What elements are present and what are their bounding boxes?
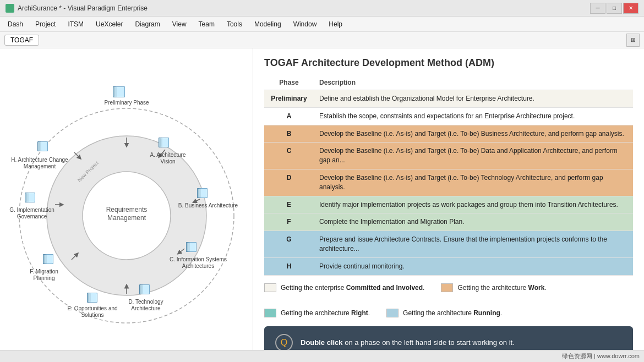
menu-project[interactable]: Project bbox=[30, 19, 61, 30]
legend-label-preliminary: Getting the enterprise Committed and Inv… bbox=[281, 284, 424, 292]
toolbar: TOGAF ⊞ bbox=[0, 32, 644, 48]
minimize-button[interactable]: ─ bbox=[590, 3, 605, 14]
description-cell: Develop the Baseline (i.e. As-is) and Ta… bbox=[314, 169, 633, 196]
diagram-panel: Requirements Management bbox=[0, 48, 253, 350]
phase-cell: E bbox=[264, 196, 314, 213]
legend-item-work: Getting the architecture Work. bbox=[441, 283, 546, 292]
legend: Getting the enterprise Committed and Inv… bbox=[264, 283, 633, 317]
hint-text: Double click on a phase on the left hand… bbox=[301, 338, 515, 347]
col-header-phase: Phase bbox=[264, 75, 314, 90]
menu-modeling[interactable]: Modeling bbox=[249, 19, 287, 30]
svg-text:B. Business Architecture: B. Business Architecture bbox=[178, 202, 238, 209]
menu-window[interactable]: Window bbox=[288, 19, 323, 30]
legend-box-preliminary bbox=[264, 283, 276, 292]
description-cell: Establish the scope, constraints and exp… bbox=[314, 107, 633, 125]
maximize-button[interactable]: □ bbox=[607, 3, 622, 14]
svg-text:Solutions: Solutions bbox=[81, 312, 103, 318]
svg-text:A. Architecture: A. Architecture bbox=[150, 152, 185, 158]
phase-cell: C bbox=[264, 142, 314, 169]
table-row[interactable]: G Prepare and issue Architecture Contrac… bbox=[264, 231, 633, 258]
legend-item-running: Getting the architecture Running. bbox=[386, 309, 502, 317]
menu-tools[interactable]: Tools bbox=[221, 19, 248, 30]
menu-diagram[interactable]: Diagram bbox=[129, 19, 165, 30]
svg-rect-18 bbox=[162, 138, 168, 147]
legend-item-right: Getting the architecture Right. bbox=[264, 309, 370, 317]
table-row[interactable]: H Provide continual monitoring. bbox=[264, 257, 633, 275]
description-cell: Develop the Baseline (i.e. As-is) and Ta… bbox=[314, 142, 633, 169]
menu-bar: Dash Project ITSM UeXceler Diagram View … bbox=[0, 17, 644, 32]
main-content: Requirements Management bbox=[0, 48, 644, 350]
menu-team[interactable]: Team bbox=[193, 19, 220, 30]
svg-rect-11 bbox=[117, 87, 124, 97]
legend-label-right: Getting the architecture Right. bbox=[281, 309, 370, 317]
phase-cell: H bbox=[264, 257, 314, 275]
table-row[interactable]: Preliminary Define and establish the Org… bbox=[264, 90, 633, 108]
menu-dash[interactable]: Dash bbox=[2, 19, 29, 30]
svg-text:C. Information Systems: C. Information Systems bbox=[170, 256, 227, 262]
legend-box-teal bbox=[264, 309, 276, 317]
svg-rect-49 bbox=[91, 293, 97, 302]
svg-text:D. Technology: D. Technology bbox=[128, 299, 163, 305]
hint-icon: Q bbox=[275, 334, 293, 350]
table-row[interactable]: F Complete the Implementation and Migrat… bbox=[264, 213, 633, 231]
phase-cell: B bbox=[264, 125, 314, 142]
togaf-button[interactable]: TOGAF bbox=[4, 35, 39, 46]
svg-rect-26 bbox=[201, 189, 207, 198]
panel-title: TOGAF Architecture Development Method (A… bbox=[264, 57, 633, 69]
svg-text:Architecture: Architecture bbox=[131, 305, 161, 311]
phase-cell: F bbox=[264, 213, 314, 231]
title-bar: ArchiSurance * - Visual Paradigm Enterpr… bbox=[0, 0, 644, 17]
svg-rect-33 bbox=[190, 243, 196, 251]
app-icon bbox=[6, 4, 14, 13]
col-header-description: Description bbox=[314, 75, 633, 90]
svg-text:G. Implementation: G. Implementation bbox=[9, 207, 54, 213]
svg-rect-65 bbox=[29, 193, 35, 202]
description-cell: Prepare and issue Architecture Contracts… bbox=[314, 231, 633, 258]
legend-label-work: Getting the architecture Work. bbox=[457, 284, 546, 292]
description-cell: Define and establish the Organizational … bbox=[314, 90, 633, 108]
table-row[interactable]: D Develop the Baseline (i.e. As-is) and … bbox=[264, 169, 633, 196]
svg-text:Management: Management bbox=[107, 214, 146, 222]
svg-rect-41 bbox=[143, 285, 149, 294]
svg-text:Planning: Planning bbox=[34, 275, 55, 281]
legend-label-running: Getting the architecture Running. bbox=[403, 309, 502, 317]
status-bar: 绿色资源网 | www.dowrr.com bbox=[0, 350, 644, 362]
svg-text:Architectures: Architectures bbox=[182, 263, 214, 269]
table-row[interactable]: B Develop the Baseline (i.e. As-is) and … bbox=[264, 125, 633, 142]
table-panel: TOGAF Architecture Development Method (A… bbox=[253, 48, 644, 350]
table-row[interactable]: C Develop the Baseline (i.e. As-is) and … bbox=[264, 142, 633, 169]
title-bar-text: ArchiSurance * - Visual Paradigm Enterpr… bbox=[18, 4, 148, 12]
svg-text:Management: Management bbox=[24, 163, 56, 169]
legend-box-orange bbox=[441, 283, 453, 292]
adm-table: Phase Description Preliminary Define and… bbox=[264, 75, 633, 276]
table-row[interactable]: A Establish the scope, constraints and e… bbox=[264, 107, 633, 125]
description-cell: Develop the Baseline (i.e. As-is) and Ta… bbox=[314, 125, 633, 142]
description-cell: Identify major implementation projects a… bbox=[314, 196, 633, 213]
close-button[interactable]: ✕ bbox=[623, 3, 638, 14]
svg-text:Governance: Governance bbox=[17, 213, 47, 220]
legend-box-blue bbox=[386, 309, 399, 317]
menu-uexceler[interactable]: UeXceler bbox=[90, 19, 128, 30]
svg-text:E. Opportunities and: E. Opportunities and bbox=[67, 305, 117, 311]
svg-text:Preliminary Phase: Preliminary Phase bbox=[104, 100, 149, 106]
description-cell: Provide continual monitoring. bbox=[314, 257, 633, 275]
menu-view[interactable]: View bbox=[167, 19, 192, 30]
diagram-view-button[interactable]: ⊞ bbox=[626, 34, 640, 47]
svg-text:Requirements: Requirements bbox=[106, 206, 148, 213]
svg-text:F. Migration: F. Migration bbox=[30, 268, 58, 275]
phase-cell: Preliminary bbox=[264, 90, 314, 108]
phase-cell: D bbox=[264, 169, 314, 196]
menu-itsm[interactable]: ITSM bbox=[62, 19, 89, 30]
phase-cell: A bbox=[264, 107, 314, 125]
adm-diagram[interactable]: Requirements Management bbox=[0, 48, 253, 350]
table-row[interactable]: E Identify major implementation projects… bbox=[264, 196, 633, 213]
legend-item-preliminary: Getting the enterprise Committed and Inv… bbox=[264, 283, 424, 292]
status-right: 绿色资源网 | www.dowrr.com bbox=[562, 352, 640, 360]
menu-help[interactable]: Help bbox=[323, 19, 348, 30]
svg-rect-57 bbox=[47, 255, 53, 264]
svg-text:Vision: Vision bbox=[160, 158, 175, 164]
window-controls[interactable]: ─ □ ✕ bbox=[590, 3, 638, 14]
description-cell: Complete the Implementation and Migratio… bbox=[314, 213, 633, 231]
phase-cell: G bbox=[264, 231, 314, 258]
hint-box: Q Double click on a phase on the left ha… bbox=[264, 326, 633, 350]
